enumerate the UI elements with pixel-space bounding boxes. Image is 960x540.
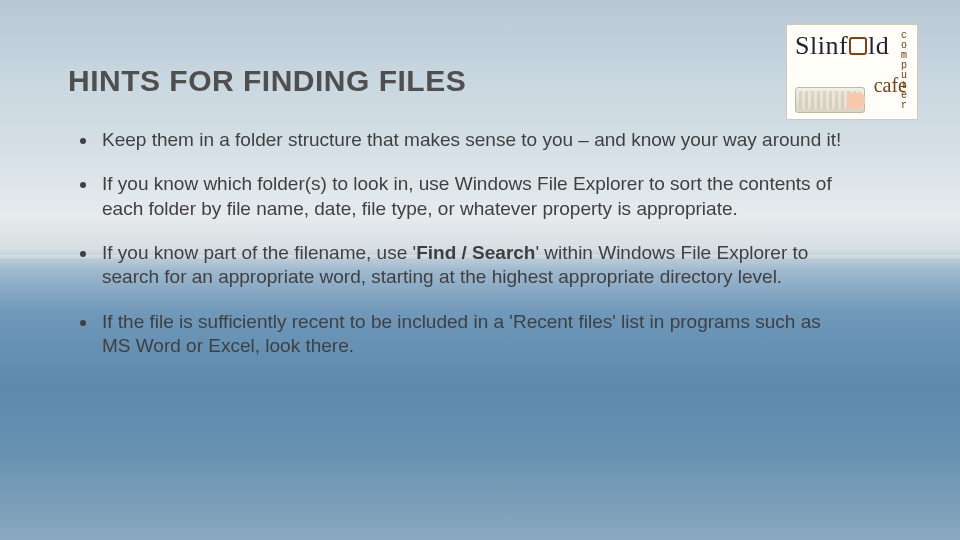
list-item: If you know which folder(s) to look in, … [98, 172, 848, 221]
slinfold-logo: Slinfld computer cafe [786, 24, 918, 120]
logo-word-part1: Slinf [795, 31, 848, 60]
bullet-text: If you know part of the filename, use ' [102, 242, 416, 263]
bullet-text: If you know which folder(s) to look in, … [102, 173, 832, 218]
bullet-list: Keep them in a folder structure that mak… [78, 128, 848, 378]
list-item: Keep them in a folder structure that mak… [98, 128, 848, 152]
slide-title: HINTS FOR FINDING FILES [68, 64, 466, 98]
bullet-text: Keep them in a folder structure that mak… [102, 129, 841, 150]
logo-vertical-text: computer [901, 31, 907, 111]
bullet-bold: Find / Search [416, 242, 535, 263]
hand-icon [847, 93, 867, 111]
bullet-text: If the file is sufficiently recent to be… [102, 311, 821, 356]
logo-word-part2: ld [868, 31, 889, 60]
slide-background: HINTS FOR FINDING FILES Keep them in a f… [0, 0, 960, 540]
list-item: If the file is sufficiently recent to be… [98, 310, 848, 359]
list-item: If you know part of the filename, use 'F… [98, 241, 848, 290]
logo-o-icon [849, 37, 867, 55]
logo-script: cafe [874, 74, 907, 97]
logo-wordmark: Slinfld [795, 31, 889, 61]
